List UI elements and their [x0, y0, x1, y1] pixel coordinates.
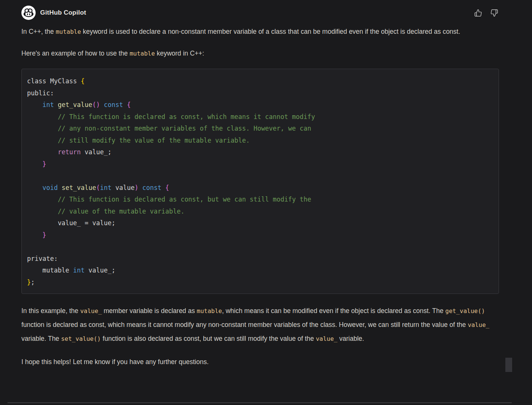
scrollbar-thumb[interactable] [505, 358, 512, 372]
code-line: // any non-constant member variables of … [27, 123, 493, 135]
inline-code: set_value() [61, 335, 101, 342]
feedback-actions [473, 8, 499, 18]
code-line: return value_; [27, 146, 493, 158]
code-line: class MyClass { [27, 75, 493, 87]
avatar [21, 6, 36, 20]
thumbs-down-icon [490, 12, 498, 18]
paragraph-intro: In C++, the mutable keyword is used to d… [21, 25, 499, 39]
paragraph-explanation: In this example, the value_ member varia… [21, 304, 499, 346]
thumbs-up-button[interactable] [473, 8, 483, 18]
message-header: GitHub Copilot [21, 5, 499, 20]
paragraph-closing: I hope this helps! Let me know if you ha… [21, 355, 499, 369]
code-line: } [27, 158, 493, 170]
code-line: }; [27, 277, 493, 289]
code-line: // This function is declared as const, w… [27, 111, 493, 123]
paragraph-example-lead: Here's an example of how to use the muta… [21, 47, 499, 60]
inline-code: value_ [80, 307, 102, 315]
code-line: } [27, 229, 493, 241]
inline-code: value_ [316, 335, 338, 342]
code-block: class MyClass {public: int get_value() c… [21, 69, 499, 294]
code-line: // value of the mutable variable. [27, 206, 493, 218]
copilot-icon [24, 8, 33, 18]
copilot-chat-message: GitHub Copilot In C++, the mutable keywo… [0, 0, 532, 405]
code-line [27, 241, 493, 253]
inline-code: mutable [56, 28, 81, 35]
input-area-divider [8, 402, 512, 403]
code-line: // still modify the value of the mutable… [27, 135, 493, 147]
code-line: // This function is declared as const, b… [27, 194, 493, 206]
code-line: value_ = value; [27, 217, 493, 229]
thumbs-down-button[interactable] [490, 8, 499, 18]
author-name: GitHub Copilot [40, 9, 86, 17]
inline-code: mutable [197, 307, 222, 315]
inline-code: value_ [468, 321, 490, 328]
code-line [27, 170, 493, 182]
thumbs-up-icon [474, 12, 482, 18]
code-line: public: [27, 87, 493, 99]
code-line: mutable int value_; [27, 265, 493, 277]
inline-code: mutable [129, 50, 155, 57]
inline-code: get_value() [445, 307, 485, 315]
code-line: void set_value(int value) const { [27, 182, 493, 194]
code-line: int get_value() const { [27, 99, 493, 111]
code-line: private: [27, 253, 493, 265]
